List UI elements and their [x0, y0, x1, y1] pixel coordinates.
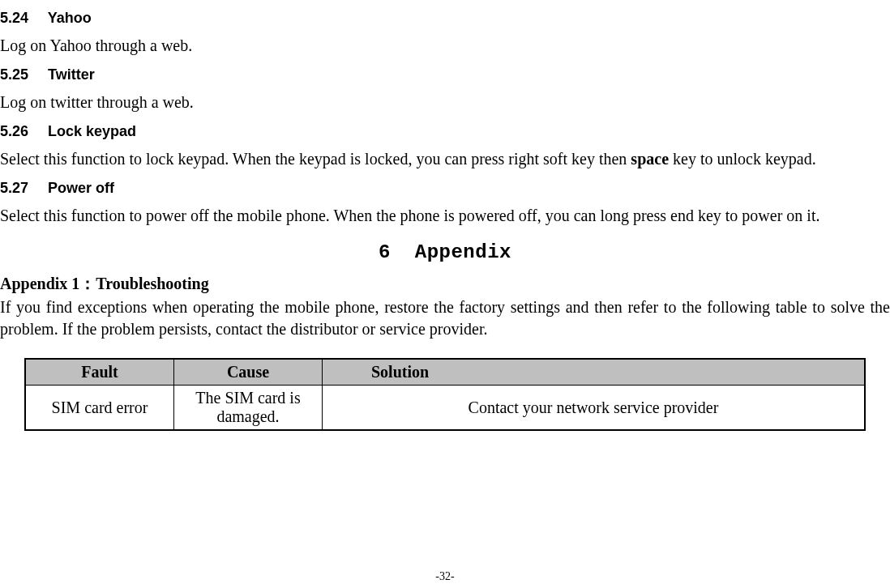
heading-5-26: 5.26 Lock keypad [0, 123, 890, 140]
heading-title: Lock keypad [48, 123, 136, 139]
heading-number: 5.24 [0, 10, 44, 27]
heading-5-25: 5.25 Twitter [0, 66, 890, 83]
heading-number: 5.25 [0, 66, 44, 83]
chapter-heading: 6 Appendix [0, 241, 890, 263]
body-bold-space: space [631, 150, 669, 168]
heading-title: Twitter [48, 66, 95, 83]
table-header-row: Fault Cause Solution [25, 359, 865, 386]
th-solution: Solution [323, 359, 866, 386]
cell-solution: Contact your network service provider [323, 386, 866, 431]
page-number: -32- [0, 570, 890, 583]
body-post: key to unlock keypad. [669, 150, 816, 168]
table-row: SIM card error The SIM card is damaged. … [25, 386, 865, 431]
troubleshooting-table-wrap: Fault Cause Solution SIM card error The … [0, 350, 890, 431]
body-5-24: Log on Yahoo through a web. [0, 35, 890, 57]
document-page: 5.24 Yahoo Log on Yahoo through a web. 5… [0, 0, 890, 588]
heading-number: 5.26 [0, 123, 44, 140]
th-cause: Cause [174, 359, 323, 386]
body-5-26: Select this function to lock keypad. Whe… [0, 148, 890, 170]
body-pre: Select this function to lock keypad. Whe… [0, 150, 631, 168]
appendix-title: Appendix 1：Troubleshooting [0, 273, 890, 295]
heading-number: 5.27 [0, 180, 44, 197]
body-5-27: Select this function to power off the mo… [0, 205, 890, 227]
chapter-title: Appendix [415, 241, 511, 263]
appendix-intro: If you find exceptions when operating th… [0, 296, 890, 340]
body-5-25: Log on twitter through a web. [0, 92, 890, 113]
chapter-number: 6 [379, 241, 391, 263]
heading-title: Power off [48, 180, 114, 196]
heading-5-27: 5.27 Power off [0, 180, 890, 197]
th-fault: Fault [25, 359, 174, 386]
cell-fault: SIM card error [25, 386, 174, 431]
cell-cause: The SIM card is damaged. [174, 386, 323, 431]
heading-5-24: 5.24 Yahoo [0, 10, 890, 27]
troubleshooting-table: Fault Cause Solution SIM card error The … [24, 358, 866, 431]
heading-title: Yahoo [48, 10, 92, 26]
